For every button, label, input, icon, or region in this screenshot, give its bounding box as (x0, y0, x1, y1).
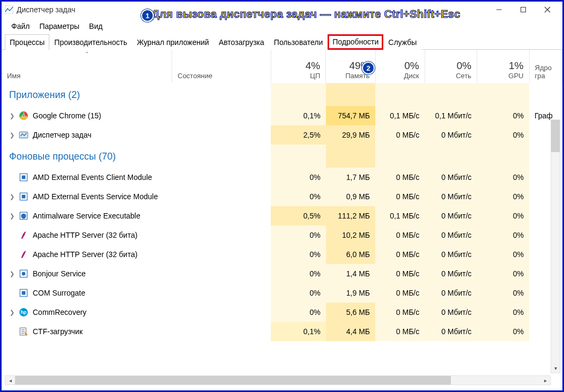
close-button[interactable] (535, 3, 559, 17)
table-row[interactable]: ❯Диспетчер задач2,5%29,9 МБ0 МБ/с0 Мбит/… (2, 125, 562, 145)
cell-net: 0,1 Мбит/с (425, 106, 477, 125)
process-name: CommRecovery (33, 308, 86, 316)
maximize-button[interactable] (511, 3, 535, 17)
cell-cpu: 0% (271, 303, 326, 322)
cell-gpu: 0% (477, 125, 529, 145)
cpu-label: ЦП (277, 72, 321, 80)
cell-cpu: 2,5% (271, 125, 326, 145)
annotation-badge-1: 1 (141, 9, 154, 22)
vertical-scroll-thumb[interactable] (551, 120, 560, 152)
group-apps[interactable]: Приложения (2) (2, 83, 562, 106)
expand-chevron-icon[interactable]: ❯ (9, 270, 14, 277)
expand-chevron-icon[interactable]: ❯ (9, 193, 14, 200)
cell-cpu: 0,1% (271, 322, 326, 341)
cell-net: 0 Мбит/с (425, 283, 477, 303)
process-table: ⌃Имя Состояние 4%ЦП 49%Память 0%Диск 0%С… (2, 50, 562, 341)
tab-processes[interactable]: Процессы (5, 34, 49, 50)
tab-details[interactable]: Подробности (328, 34, 383, 50)
vertical-scrollbar[interactable]: ▴ ▾ (551, 119, 560, 373)
cell-mem: 4,4 МБ (326, 322, 375, 341)
header-gpu-engine[interactable]: Ядро гра (529, 50, 562, 83)
cell-cpu: 0,1% (271, 106, 326, 125)
scroll-right-arrow-icon[interactable]: ▸ (540, 376, 550, 385)
cell-disk: 0 МБ/с (375, 168, 425, 187)
table-row[interactable]: ❯Google Chrome (15)0,1%754,7 МБ0,1 МБ/с0… (2, 106, 562, 125)
cell-disk: 0 МБ/с (375, 245, 425, 264)
cell-gpu: 0% (477, 322, 529, 341)
cell-mem: 0,9 МБ (326, 187, 375, 206)
menu-view[interactable]: Вид (85, 20, 107, 33)
table-row[interactable]: ❯Apache HTTP Server (32 бита)0%10,2 МБ0 … (2, 225, 562, 245)
tab-app-history[interactable]: Журнал приложений (132, 34, 214, 50)
group-label: Приложения (2) (2, 83, 271, 106)
tab-users[interactable]: Пользователи (269, 34, 328, 50)
cpu-percent: 4% (306, 60, 320, 71)
table-row[interactable]: ❯Antimalware Service Executable0,5%111,2… (2, 206, 562, 225)
cell-cpu: 0% (271, 245, 326, 264)
cell-disk: 0 МБ/с (375, 283, 425, 303)
cell-mem: 10,2 МБ (326, 225, 375, 245)
group-bg[interactable]: Фоновые процессы (70) (2, 145, 562, 168)
header-cpu[interactable]: 4%ЦП (271, 50, 326, 83)
tab-performance[interactable]: Производительность (49, 34, 132, 50)
cell-disk: 0 МБ/с (375, 225, 425, 245)
horizontal-scroll-thumb[interactable] (15, 376, 451, 385)
tab-bar: Процессы Производительность Журнал прило… (2, 34, 562, 50)
cell-mem: 1,4 МБ (326, 264, 375, 283)
horizontal-scrollbar[interactable]: ◂ ▸ (5, 375, 551, 385)
cell-disk: 0,1 МБ/с (375, 206, 425, 225)
header-state[interactable]: Состояние (172, 50, 271, 83)
svg-point-8 (23, 115, 25, 117)
cell-gpu: 0% (477, 264, 529, 283)
process-name: AMD External Events Client Module (33, 173, 152, 182)
scroll-down-arrow-icon[interactable]: ▾ (551, 363, 560, 373)
table-row[interactable]: ❯COM Surrogate0%1,9 МБ0 МБ/с0 Мбит/с0% (2, 283, 562, 303)
header-name[interactable]: ⌃Имя (2, 50, 172, 83)
cell-gpu: 0% (477, 187, 529, 206)
cell-mem: 29,9 МБ (326, 125, 375, 145)
gpu-label: GPU (483, 72, 523, 80)
process-icon (19, 111, 28, 120)
cell-disk: 0 МБ/с (375, 322, 425, 341)
process-icon (19, 130, 28, 140)
cell-gpu: 0% (477, 106, 529, 125)
header-gpu[interactable]: 1%GPU (477, 50, 529, 83)
table-row[interactable]: ❯AMD External Events Service Module0%0,9… (2, 187, 562, 206)
header-net[interactable]: 0%Сеть (425, 50, 477, 83)
svg-rect-2 (521, 7, 525, 12)
cell-disk: 0 МБ/с (375, 125, 425, 145)
cell-net: 0 Мбит/с (425, 322, 477, 341)
expand-chevron-icon[interactable]: ❯ (9, 309, 14, 316)
disk-label: Диск (381, 72, 419, 80)
cell-disk: 0 МБ/с (375, 187, 425, 206)
tab-startup[interactable]: Автозагрузка (214, 34, 269, 50)
process-name: Bonjour Service (33, 269, 86, 278)
table-row[interactable]: ❯hpCommRecovery0%5,6 МБ0 МБ/с0 Мбит/с0% (2, 303, 562, 322)
svg-rect-13 (22, 195, 26, 199)
cell-cpu: 0,5% (271, 206, 326, 225)
scroll-left-arrow-icon[interactable]: ◂ (5, 376, 15, 385)
header-disk[interactable]: 0%Диск (375, 50, 425, 83)
menu-file[interactable]: Файл (7, 20, 34, 33)
cell-mem: 754,7 МБ (326, 106, 375, 125)
expand-chevron-icon[interactable]: ❯ (9, 112, 14, 119)
expand-chevron-icon[interactable]: ❯ (9, 213, 14, 220)
table-row[interactable]: ❯CTF-загрузчик0,1%4,4 МБ0 МБ/с0 Мбит/с0% (2, 322, 562, 341)
net-percent: 0% (457, 60, 471, 71)
process-icon (19, 192, 28, 201)
cell-cpu: 0% (271, 225, 326, 245)
expand-chevron-icon[interactable]: ❯ (9, 132, 14, 139)
process-name: Google Chrome (15) (33, 111, 101, 120)
menu-options[interactable]: Параметры (35, 20, 84, 33)
annotation-text: Для вызова диспетчера задач — нажмите Ct… (152, 8, 461, 20)
app-icon (5, 5, 13, 14)
cell-net: 0 Мбит/с (425, 245, 477, 264)
process-icon (19, 211, 28, 221)
table-row[interactable]: ❯Bonjour Service0%1,4 МБ0 МБ/с0 Мбит/с0% (2, 264, 562, 283)
content-area: ⌃Имя Состояние 4%ЦП 49%Память 0%Диск 0%С… (2, 50, 562, 387)
process-icon (19, 327, 28, 336)
table-row[interactable]: ❯AMD External Events Client Module0%1,7 … (2, 168, 562, 187)
table-row[interactable]: ❯Apache HTTP Server (32 бита)0%6,0 МБ0 М… (2, 245, 562, 264)
minimize-button[interactable] (487, 3, 511, 17)
tab-services[interactable]: Службы (383, 34, 421, 50)
